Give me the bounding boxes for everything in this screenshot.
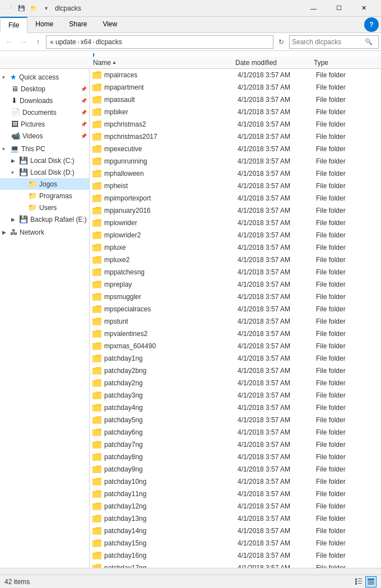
table-row[interactable]: mplowrider 4/1/2018 3:57 AM File folder bbox=[90, 217, 381, 229]
file-name: patchday6ng bbox=[104, 428, 238, 436]
sidebar-item-local-disk-c[interactable]: ▶ 💾 Local Disk (C:) bbox=[0, 155, 89, 166]
table-row[interactable]: patchday6ng 4/1/2018 3:57 AM File folder bbox=[90, 426, 381, 438]
file-name: mpimportexport bbox=[104, 194, 238, 202]
table-row[interactable]: patchday4ng 4/1/2018 3:57 AM File folder bbox=[90, 402, 381, 414]
table-row[interactable]: mpxmas_604490 4/1/2018 3:57 AM File fold… bbox=[90, 340, 381, 352]
folder-svg bbox=[92, 70, 102, 80]
horizontal-scrollbar[interactable] bbox=[0, 568, 381, 575]
table-row[interactable]: mpvalentines2 4/1/2018 3:57 AM File fold… bbox=[90, 328, 381, 340]
table-row[interactable]: mpexecutive 4/1/2018 3:57 AM File folder bbox=[90, 143, 381, 155]
folder-icon bbox=[92, 452, 102, 462]
table-row[interactable]: mpheist 4/1/2018 3:57 AM File folder bbox=[90, 180, 381, 192]
view-buttons bbox=[353, 576, 377, 587]
table-row[interactable]: mpsmuggler 4/1/2018 3:57 AM File folder bbox=[90, 291, 381, 303]
table-row[interactable]: mpreplay 4/1/2018 3:57 AM File folder bbox=[90, 278, 381, 291]
file-name: mpsmuggler bbox=[104, 293, 238, 301]
list-view-button[interactable] bbox=[365, 576, 377, 587]
file-date: 4/1/2018 3:57 AM bbox=[238, 207, 316, 214]
minimize-button[interactable]: — bbox=[301, 0, 326, 17]
table-row[interactable]: patchday5ng 4/1/2018 3:57 AM File folder bbox=[90, 414, 381, 426]
table-row[interactable]: mpimportexport 4/1/2018 3:57 AM File fol… bbox=[90, 192, 381, 204]
sidebar-item-programas[interactable]: 📁 Programas bbox=[0, 190, 89, 202]
table-row[interactable]: mpchristmas2 4/1/2018 3:57 AM File folde… bbox=[90, 118, 381, 130]
file-type: File folder bbox=[316, 367, 372, 375]
sidebar-section-network: ▶ 🖧 Network bbox=[0, 226, 89, 238]
close-button[interactable]: ✕ bbox=[351, 0, 377, 17]
up-button[interactable]: ↑ bbox=[31, 35, 45, 49]
file-date: 4/1/2018 3:57 AM bbox=[238, 404, 316, 412]
table-row[interactable]: patchday3ng 4/1/2018 3:57 AM File folder bbox=[90, 389, 381, 402]
file-name: patchday4ng bbox=[104, 404, 238, 412]
file-type: File folder bbox=[316, 515, 372, 522]
table-row[interactable]: patchday1ng 4/1/2018 3:57 AM File folder bbox=[90, 352, 381, 365]
col-header-date[interactable]: Date modified bbox=[235, 59, 314, 67]
folder-svg bbox=[92, 550, 102, 561]
address-path[interactable]: « update › x64 › dlcpacks bbox=[46, 35, 273, 49]
table-row[interactable]: mpjanuary2016 4/1/2018 3:57 AM File fold… bbox=[90, 204, 381, 217]
table-row[interactable]: mpchristmas2017 4/1/2018 3:57 AM File fo… bbox=[90, 130, 381, 143]
tab-share[interactable]: Share bbox=[61, 17, 95, 32]
sidebar-item-videos[interactable]: 📹 Videos 📌 bbox=[0, 130, 89, 142]
table-row[interactable]: mpapartment 4/1/2018 3:57 AM File folder bbox=[90, 81, 381, 94]
tab-file[interactable]: File bbox=[0, 17, 27, 33]
table-row[interactable]: mpairraces 4/1/2018 3:57 AM File folder bbox=[90, 69, 381, 81]
table-row[interactable]: mpbiker 4/1/2018 3:57 AM File folder bbox=[90, 106, 381, 118]
file-name: patchday12ng bbox=[104, 502, 238, 510]
sidebar-header-quick-access[interactable]: ▾ ★ Quick access bbox=[0, 71, 89, 83]
table-row[interactable]: patchday10ng 4/1/2018 3:57 AM File folde… bbox=[90, 475, 381, 488]
column-headers: Name ▲ Date modified Type bbox=[0, 57, 381, 69]
back-button[interactable]: ← bbox=[2, 35, 16, 49]
file-date: 4/1/2018 3:57 AM bbox=[238, 564, 316, 568]
folder-icon bbox=[92, 230, 102, 240]
col-header-name[interactable]: Name ▲ bbox=[91, 59, 235, 67]
table-row[interactable]: patchday7ng 4/1/2018 3:57 AM File folder bbox=[90, 438, 381, 451]
expand-arrow-icon: ▾ bbox=[11, 170, 18, 175]
maximize-button[interactable]: ☐ bbox=[326, 0, 351, 17]
table-row[interactable]: mppatchesng 4/1/2018 3:57 AM File folder bbox=[90, 266, 381, 278]
sidebar-header-network[interactable]: ▶ 🖧 Network bbox=[0, 226, 89, 238]
table-row[interactable]: patchday2bng 4/1/2018 3:57 AM File folde… bbox=[90, 365, 381, 377]
table-row[interactable]: patchday17ng 4/1/2018 3:57 AM File folde… bbox=[90, 562, 381, 568]
file-name: mpxmas_604490 bbox=[104, 342, 238, 350]
table-row[interactable]: patchday9ng 4/1/2018 3:57 AM File folder bbox=[90, 463, 381, 475]
forward-button[interactable]: → bbox=[17, 35, 30, 49]
sidebar-item-local-disk-d[interactable]: ▾ 💾 Local Disk (D:) bbox=[0, 166, 89, 178]
file-date: 4/1/2018 3:57 AM bbox=[238, 96, 316, 104]
tab-view[interactable]: View bbox=[95, 17, 125, 32]
table-row[interactable]: mplowrider2 4/1/2018 3:57 AM File folder bbox=[90, 229, 381, 241]
table-row[interactable]: mpgunrunning 4/1/2018 3:57 AM File folde… bbox=[90, 155, 381, 167]
file-name: mphalloween bbox=[104, 170, 238, 178]
sidebar-item-backup-e[interactable]: ▶ 💾 Backup Rafael (E:) bbox=[0, 213, 89, 225]
help-button[interactable]: ? bbox=[364, 17, 379, 32]
table-row[interactable]: mpluxe 4/1/2018 3:57 AM File folder bbox=[90, 241, 381, 254]
table-row[interactable]: patchday16ng 4/1/2018 3:57 AM File folde… bbox=[90, 549, 381, 562]
table-row[interactable]: patchday15ng 4/1/2018 3:57 AM File folde… bbox=[90, 537, 381, 549]
table-row[interactable]: patchday12ng 4/1/2018 3:57 AM File folde… bbox=[90, 500, 381, 512]
table-row[interactable]: patchday14ng 4/1/2018 3:57 AM File folde… bbox=[90, 525, 381, 537]
col-header-type[interactable]: Type bbox=[314, 59, 370, 67]
table-row[interactable]: mpstunt 4/1/2018 3:57 AM File folder bbox=[90, 315, 381, 328]
sidebar-item-users[interactable]: 📁 Users bbox=[0, 202, 89, 213]
sidebar-header-this-pc[interactable]: ▾ 💻 This PC bbox=[0, 143, 89, 155]
sidebar-item-pictures[interactable]: 🖼 Pictures 📌 bbox=[0, 118, 89, 130]
table-row[interactable]: mpassault 4/1/2018 3:57 AM File folder bbox=[90, 94, 381, 106]
table-row[interactable]: mphalloween 4/1/2018 3:57 AM File folder bbox=[90, 167, 381, 180]
search-input[interactable] bbox=[292, 38, 365, 46]
file-type: File folder bbox=[316, 318, 372, 325]
sidebar-item-jogos[interactable]: 📁 Jogos bbox=[0, 178, 89, 190]
refresh-button[interactable]: ↻ bbox=[275, 35, 288, 49]
sidebar-item-documents[interactable]: 📄 Documents 📌 bbox=[0, 106, 89, 118]
table-row[interactable]: mpluxe2 4/1/2018 3:57 AM File folder bbox=[90, 254, 381, 266]
table-row[interactable]: patchday2ng 4/1/2018 3:57 AM File folder bbox=[90, 377, 381, 389]
table-row[interactable]: patchday8ng 4/1/2018 3:57 AM File folder bbox=[90, 451, 381, 463]
folder-icon bbox=[92, 526, 102, 536]
table-row[interactable]: patchday11ng 4/1/2018 3:57 AM File folde… bbox=[90, 488, 381, 500]
file-date: 4/1/2018 3:57 AM bbox=[238, 342, 316, 350]
sidebar-item-downloads[interactable]: ⬇ Downloads 📌 bbox=[0, 95, 89, 106]
folder-icon bbox=[92, 144, 102, 154]
details-view-button[interactable] bbox=[353, 576, 364, 587]
tab-home[interactable]: Home bbox=[27, 17, 61, 32]
table-row[interactable]: patchday13ng 4/1/2018 3:57 AM File folde… bbox=[90, 512, 381, 525]
table-row[interactable]: mpspecialraces 4/1/2018 3:57 AM File fol… bbox=[90, 303, 381, 315]
sidebar-item-desktop[interactable]: 🖥 Desktop 📌 bbox=[0, 83, 89, 95]
